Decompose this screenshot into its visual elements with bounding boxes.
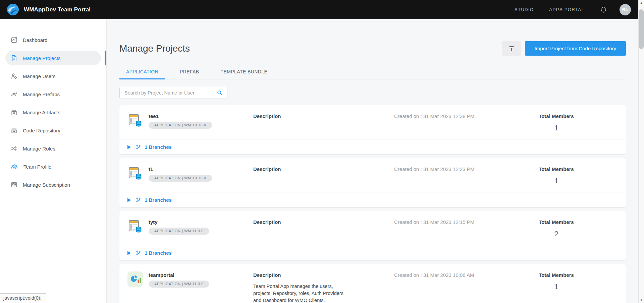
project-search — [119, 87, 227, 99]
git-branch-icon — [136, 250, 141, 256]
total-members-label: Total Members — [495, 113, 618, 119]
wavemaker-logo — [7, 3, 19, 16]
sidebar-item-manage-prefabs[interactable]: Manage Prefabs — [5, 87, 101, 102]
sidebar-item-manage-projects[interactable]: Manage Projects — [5, 51, 101, 65]
sidebar-item-label: Manage Artifacts — [23, 110, 60, 115]
created-on-text: Created on : 31 Mar 2023 12:15 PM — [394, 219, 495, 225]
code-repository-tray-icon — [10, 127, 18, 134]
notifications-bell-icon[interactable] — [600, 6, 607, 13]
expand-branches-arrow-icon[interactable] — [127, 251, 131, 255]
subscription-doc-icon — [10, 181, 18, 188]
project-type-tabs: APPLICATION PREFAB TEMPLATE BUNDLE — [119, 64, 626, 79]
sidebar-item-manage-roles[interactable]: Manage Roles — [5, 141, 101, 156]
search-icon[interactable] — [216, 89, 223, 96]
sidebar-item-label: Manage Roles — [23, 146, 55, 152]
sidebar-item-label: Dashboard — [23, 37, 47, 43]
project-type-badge: APPLICATION | WM 11.3.0 — [149, 228, 209, 235]
project-name[interactable]: tee1 — [149, 113, 212, 119]
total-members-label: Total Members — [495, 271, 618, 278]
user-gear-icon — [10, 72, 18, 80]
total-members-count: 1 — [495, 124, 618, 132]
total-members-count: 2 — [495, 230, 618, 238]
project-name[interactable]: t1 — [149, 166, 212, 172]
expand-branches-arrow-icon[interactable] — [127, 145, 131, 149]
total-members-count: 1 — [495, 177, 618, 185]
application-window-db-icon — [127, 219, 143, 235]
sidebar: Dashboard Manage Projects — [0, 19, 107, 303]
total-members-label: Total Members — [495, 166, 618, 172]
sidebar-item-manage-users[interactable]: Manage Users — [5, 69, 101, 83]
project-card-t1[interactable]: t1 APPLICATION | WM 10.16.0 Description … — [119, 158, 626, 207]
sidebar-item-code-repository[interactable]: Code Repository — [5, 123, 101, 138]
created-on-text: Created on : 31 Mar 2023 12:23 PM — [394, 166, 495, 172]
branches-toggle[interactable]: 1 Branches — [145, 197, 172, 203]
scroll-down-arrow-icon[interactable]: ▼ — [639, 297, 644, 303]
team-people-icon — [10, 163, 18, 170]
prefab-gear-sync-icon — [10, 90, 18, 98]
shuffle-roles-icon — [10, 145, 18, 152]
tab-application[interactable]: APPLICATION — [119, 64, 165, 79]
total-members-label: Total Members — [495, 219, 618, 225]
git-branch-icon — [136, 197, 141, 203]
nav-apps-portal-link[interactable]: APPS PORTAL — [549, 7, 584, 12]
project-name[interactable]: tyty — [149, 219, 209, 225]
project-card-tyty[interactable]: tyty APPLICATION | WM 11.3.0 Description… — [119, 211, 626, 260]
project-type-badge: APPLICATION | WM 10.16.0 — [149, 175, 212, 182]
sidebar-item-team-profile[interactable]: Team Profile — [5, 159, 101, 174]
project-name[interactable]: teamportal — [149, 271, 209, 278]
project-card-tee1[interactable]: tee1 APPLICATION | WM 10.16.0 Descriptio… — [119, 105, 626, 154]
description-label: Description — [253, 219, 394, 225]
artifacts-box-icon — [10, 109, 18, 116]
total-members-count: 1 — [495, 283, 618, 291]
upload-icon — [508, 45, 515, 52]
branches-toggle[interactable]: 1 Branches — [145, 144, 172, 150]
user-avatar[interactable]: RL — [620, 4, 631, 15]
created-on-text: Created on : 31 Mar 2023 10:06 AM — [394, 271, 495, 278]
project-type-badge: APPLICATION | WM 10.16.0 — [149, 122, 212, 129]
upload-project-button[interactable] — [502, 41, 521, 56]
application-window-db-icon — [127, 166, 143, 182]
main-content: Manage Projects Import Project from Code… — [107, 19, 638, 303]
projects-file-icon — [10, 54, 18, 62]
sidebar-item-manage-artifacts[interactable]: Manage Artifacts — [5, 105, 101, 120]
expand-branches-arrow-icon[interactable] — [127, 198, 131, 202]
sidebar-item-label: Manage Prefabs — [23, 92, 60, 97]
app-viewport: WMAppDev Team Portal STUDIO APPS PORTAL … — [0, 0, 644, 303]
branches-toggle[interactable]: 1 Branches — [145, 250, 172, 256]
vertical-scrollbar[interactable]: ▲ ▼ — [638, 0, 644, 303]
description-label: Description — [253, 271, 394, 278]
browser-status-bar: javascript:void(0); — [0, 293, 46, 303]
sidebar-item-label: Manage Projects — [23, 55, 61, 61]
charts-app-icon — [127, 271, 143, 288]
dashboard-icon — [10, 36, 18, 44]
search-input[interactable] — [124, 90, 216, 96]
sidebar-item-manage-subscription[interactable]: Manage Subscription — [5, 177, 101, 192]
description-label: Description — [253, 113, 394, 119]
application-window-db-icon — [127, 113, 143, 129]
tab-prefab[interactable]: PREFAB — [173, 64, 206, 79]
page-title: Manage Projects — [119, 43, 190, 54]
scroll-up-arrow-icon[interactable]: ▲ — [639, 0, 644, 6]
description-label: Description — [253, 166, 394, 172]
scrollbar-thumb[interactable] — [639, 9, 644, 49]
sidebar-item-label: Code Repository — [23, 128, 60, 133]
nav-studio-link[interactable]: STUDIO — [515, 7, 534, 12]
tab-template-bundle[interactable]: TEMPLATE BUNDLE — [214, 64, 274, 79]
project-description: Team Portal App manages the users, proje… — [253, 283, 352, 303]
created-on-text: Created on : 31 Mar 2023 12:38 PM — [394, 113, 495, 119]
import-project-button[interactable]: Import Project from Code Repository — [525, 41, 626, 56]
git-branch-icon — [136, 144, 141, 150]
sidebar-item-label: Manage Users — [23, 73, 56, 79]
project-type-badge: APPLICATION | WM 11.3.0 — [149, 281, 209, 288]
top-header: WMAppDev Team Portal STUDIO APPS PORTAL … — [0, 0, 638, 19]
sidebar-item-label: Team Profile — [23, 164, 51, 170]
app-title: WMAppDev Team Portal — [24, 6, 91, 13]
project-card-teamportal[interactable]: teamportal APPLICATION | WM 11.3.0 Descr… — [119, 264, 626, 303]
project-list: tee1 APPLICATION | WM 10.16.0 Descriptio… — [119, 105, 626, 303]
sidebar-item-dashboard[interactable]: Dashboard — [5, 33, 101, 47]
sidebar-item-label: Manage Subscription — [23, 182, 70, 188]
